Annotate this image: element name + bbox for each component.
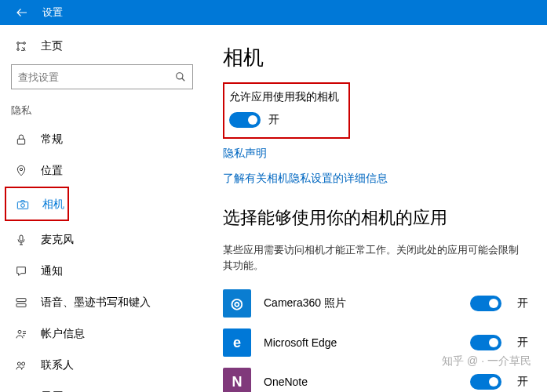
app-toggle-state: 开 — [517, 375, 528, 389]
contacts-icon — [14, 358, 28, 372]
sidebar-item-contacts[interactable]: 联系人 — [0, 350, 204, 381]
app-name: Camera360 照片 — [264, 296, 470, 310]
speech-icon — [14, 296, 28, 310]
microphone-icon — [14, 233, 28, 247]
sidebar-item-label: 常规 — [41, 132, 63, 147]
privacy-statement-link[interactable]: 隐私声明 — [223, 147, 528, 161]
sidebar-item-location[interactable]: 位置 — [0, 155, 204, 187]
toggle-state-label: 开 — [268, 113, 279, 127]
sidebar-item-calendar[interactable]: 日历 — [0, 381, 204, 392]
search-icon — [169, 71, 192, 82]
sidebar-item-label: 麦克风 — [41, 233, 74, 247]
app-toggle-state: 开 — [517, 336, 528, 350]
svg-rect-10 — [16, 303, 26, 307]
svg-point-13 — [22, 362, 25, 365]
svg-rect-8 — [20, 235, 23, 241]
svg-rect-9 — [16, 299, 26, 302]
sidebar-item-label: 语音、墨迹书写和键入 — [41, 296, 151, 310]
svg-point-0 — [17, 42, 20, 45]
choose-apps-title: 选择能够使用你的相机的应用 — [223, 206, 528, 230]
sidebar-item-general[interactable]: 常规 — [0, 124, 204, 155]
svg-point-3 — [177, 73, 183, 79]
sidebar-home[interactable]: 主页 — [0, 39, 204, 64]
account-icon — [14, 327, 28, 341]
svg-point-1 — [24, 42, 26, 45]
svg-point-5 — [20, 168, 22, 170]
home-icon — [14, 40, 28, 53]
svg-rect-4 — [17, 139, 24, 144]
app-icon: N — [223, 368, 251, 392]
app-toggle[interactable] — [470, 374, 501, 390]
sidebar-item-account[interactable]: 帐户信息 — [0, 318, 204, 350]
camera-icon — [16, 198, 30, 212]
sidebar-item-camera[interactable]: 相机 — [16, 191, 67, 218]
sidebar-item-label: 相机 — [42, 198, 64, 212]
notification-icon — [14, 264, 28, 278]
app-toggle[interactable] — [470, 335, 501, 350]
app-toggle[interactable] — [470, 296, 501, 311]
app-name: Microsoft Edge — [264, 336, 470, 349]
allow-apps-label: 允许应用使用我的相机 — [229, 90, 339, 104]
svg-point-7 — [21, 204, 25, 208]
back-button[interactable] — [5, 0, 39, 25]
sidebar-section-label: 隐私 — [0, 103, 204, 124]
app-icon: ◎ — [223, 289, 251, 318]
annotation-highlight-main: 允许应用使用我的相机 开 — [223, 82, 350, 139]
app-toggle-state: 开 — [517, 296, 528, 310]
search-input[interactable] — [12, 71, 169, 83]
watermark: 知乎 @ · 一介草民 — [442, 354, 531, 368]
lock-icon — [14, 132, 28, 147]
main-content: 相机 允许应用使用我的相机 开 隐私声明 了解有关相机隐私设置的详细信息 选择能… — [204, 25, 547, 392]
window-title: 设置 — [42, 5, 63, 20]
app-name: OneNote — [264, 376, 470, 388]
sidebar: 主页 隐私 常规 位置 相机 麦 — [0, 25, 204, 392]
sidebar-item-label: 位置 — [41, 164, 63, 178]
location-icon — [14, 164, 28, 178]
svg-point-11 — [18, 330, 21, 333]
svg-point-12 — [17, 362, 20, 365]
annotation-highlight: 相机 — [5, 187, 69, 221]
sidebar-item-label: 联系人 — [41, 358, 74, 372]
svg-point-2 — [17, 49, 20, 51]
home-label: 主页 — [41, 39, 63, 53]
page-title: 相机 — [223, 44, 528, 71]
app-row: ◎ Camera360 照片 开 — [223, 285, 528, 321]
sidebar-item-speech[interactable]: 语音、墨迹书写和键入 — [0, 287, 204, 318]
learn-more-link[interactable]: 了解有关相机隐私设置的详细信息 — [223, 172, 528, 186]
choose-apps-desc: 某些应用需要访问相机才能正常工作。关闭此处的应用可能会限制其功能。 — [223, 242, 528, 273]
sidebar-item-label: 帐户信息 — [41, 327, 85, 341]
sidebar-item-notifications[interactable]: 通知 — [0, 256, 204, 287]
sidebar-item-microphone[interactable]: 麦克风 — [0, 224, 204, 256]
sidebar-item-label: 通知 — [41, 264, 63, 278]
search-box[interactable] — [11, 64, 193, 89]
svg-rect-6 — [17, 202, 27, 209]
allow-apps-toggle[interactable] — [229, 112, 261, 128]
app-icon: e — [223, 328, 251, 357]
